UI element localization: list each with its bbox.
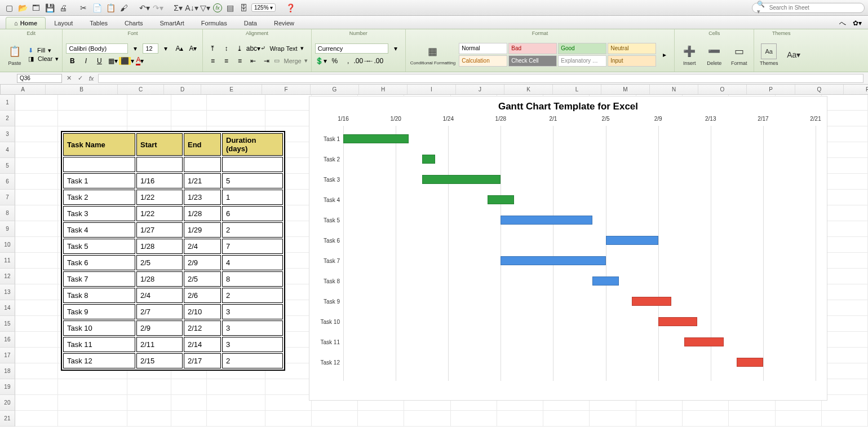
tab-data[interactable]: Data	[236, 17, 265, 29]
cancel-icon[interactable]: ✕	[64, 74, 73, 82]
cell[interactable]	[822, 284, 868, 300]
col-header[interactable]: A	[1, 85, 46, 94]
font-size-select[interactable]	[143, 43, 158, 54]
autosum-icon[interactable]: Σ▾	[172, 2, 184, 14]
col-header[interactable]: H	[359, 85, 408, 94]
styles-more-icon[interactable]: ▸	[658, 49, 671, 60]
fill-color-button[interactable]: ⬛▾	[120, 55, 132, 67]
cell[interactable]	[207, 379, 265, 395]
cell[interactable]	[636, 411, 683, 427]
cell[interactable]	[822, 95, 868, 111]
worksheet[interactable]: ABCDEFGHIJKLMNOPQR 123456789101112131415…	[0, 85, 868, 439]
cell[interactable]	[15, 395, 59, 411]
cell[interactable]	[822, 158, 868, 174]
gantt-bar[interactable]	[606, 236, 658, 245]
cell[interactable]	[15, 348, 59, 363]
cell[interactable]	[207, 411, 265, 427]
tab-home[interactable]: ⌂Home	[6, 17, 46, 29]
cell[interactable]	[15, 190, 59, 205]
cell[interactable]	[15, 111, 59, 126]
gantt-bar[interactable]	[632, 297, 671, 306]
toolbox-icon[interactable]: 🗄	[238, 2, 249, 14]
cell[interactable]	[776, 411, 822, 427]
tab-review[interactable]: Review	[265, 17, 303, 29]
col-header[interactable]: F	[262, 85, 311, 94]
cell[interactable]	[15, 221, 59, 237]
cell[interactable]	[729, 411, 775, 427]
cell[interactable]	[58, 411, 127, 427]
row-header[interactable]: 6	[0, 174, 15, 190]
themes-button[interactable]: AaThemes	[758, 42, 780, 67]
row-header[interactable]: 4	[0, 142, 15, 158]
gantt-bar[interactable]	[737, 358, 763, 367]
style-check-cell[interactable]: Check Cell	[508, 55, 557, 67]
cell[interactable]	[404, 411, 450, 427]
style-good[interactable]: Good	[558, 43, 606, 54]
cell[interactable]	[127, 111, 171, 126]
cell[interactable]	[543, 411, 590, 427]
increase-decimal-icon[interactable]: .00→	[356, 55, 368, 67]
cell[interactable]	[15, 363, 59, 379]
cell[interactable]	[822, 269, 868, 284]
cell[interactable]	[312, 411, 358, 427]
col-header[interactable]: D	[164, 85, 201, 94]
row-header[interactable]: 18	[0, 363, 15, 379]
gantt-bar[interactable]	[422, 155, 435, 164]
fx-label-icon[interactable]: fx	[87, 75, 96, 82]
cell[interactable]	[15, 158, 59, 174]
orientation-icon[interactable]: abc▾	[247, 43, 259, 54]
row-header[interactable]: 19	[0, 379, 15, 395]
cell[interactable]	[207, 95, 265, 111]
search-box[interactable]: 🔍▾	[752, 3, 865, 13]
cell[interactable]	[15, 316, 59, 332]
cell[interactable]	[171, 111, 207, 126]
cell[interactable]	[590, 411, 636, 427]
cell[interactable]	[171, 411, 207, 427]
row-header[interactable]: 8	[0, 205, 15, 221]
cell[interactable]	[15, 411, 59, 427]
indent-right-icon[interactable]: ⇥	[260, 55, 273, 67]
bold-button[interactable]: B	[66, 55, 78, 67]
cell[interactable]	[451, 411, 497, 427]
paste-icon[interactable]: 📋	[105, 2, 116, 14]
number-format-select[interactable]	[315, 43, 388, 54]
formula-input[interactable]	[98, 74, 863, 83]
cell[interactable]	[127, 395, 171, 411]
currency-icon[interactable]: 💲▾	[315, 55, 327, 67]
cell[interactable]	[822, 363, 868, 379]
col-header[interactable]: L	[553, 85, 601, 94]
conditional-formatting-button[interactable]: ▦Conditional Formatting	[409, 42, 457, 67]
cell[interactable]	[822, 379, 868, 395]
font-name-select[interactable]	[66, 43, 128, 54]
cell[interactable]	[58, 395, 127, 411]
cell[interactable]	[822, 205, 868, 221]
col-header[interactable]: R	[844, 85, 868, 94]
gantt-bar[interactable]	[488, 195, 514, 204]
tab-layout[interactable]: Layout	[46, 17, 81, 29]
redo-icon[interactable]: ↷▾	[152, 2, 163, 14]
cell[interactable]	[822, 332, 868, 348]
chevron-down-icon[interactable]: ▾	[389, 43, 402, 54]
cell[interactable]	[822, 221, 868, 237]
cell[interactable]	[127, 411, 171, 427]
style-input[interactable]: Input	[608, 55, 656, 67]
row-header[interactable]: 2	[0, 111, 15, 126]
col-header[interactable]: M	[601, 85, 650, 94]
open-icon[interactable]: 📂	[17, 2, 28, 14]
cell[interactable]	[265, 111, 312, 126]
row-header[interactable]: 11	[0, 253, 15, 269]
gallery-icon[interactable]: 🗔	[30, 2, 42, 14]
cell[interactable]	[58, 111, 127, 126]
cell[interactable]	[15, 284, 59, 300]
col-header[interactable]: I	[408, 85, 456, 94]
cell[interactable]	[58, 379, 127, 395]
row-header[interactable]: 9	[0, 221, 15, 237]
cell[interactable]	[58, 95, 127, 111]
name-box[interactable]	[17, 74, 62, 83]
insert-button[interactable]: ➕Insert	[678, 42, 701, 67]
help-icon[interactable]: ❓	[285, 2, 296, 14]
cell[interactable]	[822, 190, 868, 205]
cell[interactable]	[15, 95, 59, 111]
tab-smartart[interactable]: SmartArt	[151, 17, 192, 29]
show-icon[interactable]: ▤	[224, 2, 236, 14]
